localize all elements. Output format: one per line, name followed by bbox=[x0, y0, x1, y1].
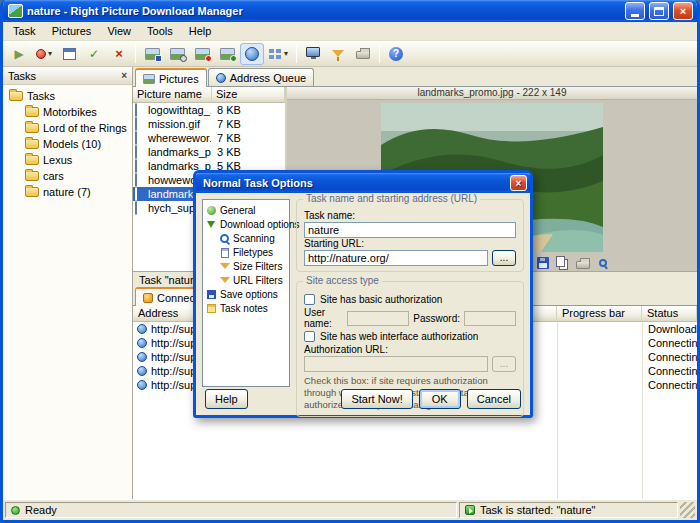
edit-task-button[interactable]: ✓ bbox=[82, 43, 106, 65]
view-mode-button[interactable]: ▾ bbox=[265, 43, 292, 65]
tree-item-label: Task notes bbox=[220, 303, 268, 314]
dialog-title-bar: Normal Task Options × bbox=[196, 173, 530, 193]
floppy-icon bbox=[206, 289, 217, 300]
ok-button[interactable]: OK bbox=[419, 389, 461, 409]
user-name-label: User name: bbox=[304, 307, 343, 329]
stop-icon bbox=[36, 49, 46, 59]
status-text: Connecting bbox=[642, 351, 697, 363]
file-icon-wrap bbox=[135, 104, 148, 116]
column-header-status[interactable]: Status bbox=[642, 306, 697, 322]
resize-grip[interactable] bbox=[680, 502, 695, 518]
tree-item-lexus[interactable]: Lexus bbox=[21, 152, 130, 168]
print-picture-button[interactable] bbox=[575, 256, 591, 270]
status-ready-icon bbox=[11, 506, 20, 515]
browse-url-button[interactable]: ... bbox=[492, 250, 516, 266]
picture-row[interactable]: landmarks_pr...3 KB bbox=[133, 145, 285, 159]
zoom-picture-button[interactable] bbox=[595, 256, 611, 270]
tree-item-models[interactable]: Models (10) bbox=[21, 136, 130, 152]
save-picture-button[interactable] bbox=[535, 256, 551, 270]
basic-auth-checkbox[interactable] bbox=[304, 294, 315, 305]
tree-item-cars[interactable]: cars bbox=[21, 168, 130, 184]
file-icon-wrap bbox=[135, 202, 148, 214]
status-text: Connecting bbox=[642, 365, 697, 377]
tree-item-label: URL Filters bbox=[233, 275, 283, 286]
column-header-picture-name[interactable]: Picture name bbox=[133, 87, 212, 103]
file-icon-wrap bbox=[135, 174, 148, 186]
options-tree-scanning[interactable]: Scanning bbox=[204, 231, 288, 245]
save-pictures-button[interactable] bbox=[140, 43, 164, 65]
menu-tools[interactable]: Tools bbox=[139, 23, 181, 39]
globe-icon bbox=[137, 352, 147, 362]
open-in-browser-button[interactable] bbox=[240, 43, 264, 65]
options-tree-general[interactable]: General bbox=[204, 203, 288, 217]
tree-item-label: nature (7) bbox=[43, 186, 91, 198]
grid-line bbox=[642, 322, 643, 499]
web-auth-label: Site has web interface authorization bbox=[320, 331, 478, 342]
help-button[interactable]: ? bbox=[384, 43, 408, 65]
filter-button[interactable] bbox=[326, 43, 350, 65]
picture-name: mission.gif bbox=[148, 118, 211, 130]
delete-picture-button[interactable] bbox=[190, 43, 214, 65]
floppy-icon bbox=[537, 257, 549, 269]
starting-url-field[interactable] bbox=[304, 250, 488, 266]
folder-icon bbox=[25, 187, 39, 197]
help-dialog-button[interactable]: Help bbox=[205, 389, 248, 409]
delete-task-button[interactable]: × bbox=[107, 43, 131, 65]
stop-task-button[interactable]: ▾ bbox=[32, 43, 56, 65]
picture-row[interactable]: mission.gif7 KB bbox=[133, 117, 285, 131]
column-header-size[interactable]: Size bbox=[212, 87, 285, 103]
maximize-button[interactable] bbox=[649, 2, 669, 20]
task-name-field[interactable] bbox=[304, 222, 516, 238]
dialog-content: Task name and starting address (URL) Tas… bbox=[296, 199, 524, 409]
menu-pictures[interactable]: Pictures bbox=[44, 23, 100, 39]
magnifier-icon bbox=[219, 233, 230, 244]
copy-picture-button[interactable] bbox=[555, 256, 571, 270]
print-button[interactable] bbox=[351, 43, 375, 65]
globe-icon bbox=[137, 380, 147, 390]
picture-size: 8 KB bbox=[211, 104, 285, 116]
title-bar: nature - Right Picture Download Manager … bbox=[3, 0, 697, 22]
picture-row[interactable]: wherewewor...7 KB bbox=[133, 131, 285, 145]
options-tree-save-options[interactable]: Save options bbox=[204, 287, 288, 301]
tab-address-queue[interactable]: Address Queue bbox=[208, 68, 314, 86]
preview-pane-button[interactable] bbox=[301, 43, 325, 65]
tree-item-label: Download options bbox=[220, 219, 300, 230]
options-tree-task-notes[interactable]: Task notes bbox=[204, 301, 288, 315]
task-options-dialog: Normal Task Options × General Download o… bbox=[193, 170, 533, 418]
menu-help[interactable]: Help bbox=[181, 23, 220, 39]
image-file-icon bbox=[135, 117, 137, 131]
basic-auth-label: Site has basic authorization bbox=[320, 294, 442, 305]
preview-picture-button[interactable] bbox=[165, 43, 189, 65]
cancel-button[interactable]: Cancel bbox=[467, 389, 521, 409]
options-tree-download-options[interactable]: Download options bbox=[204, 217, 288, 231]
close-button[interactable]: × bbox=[673, 2, 693, 20]
options-tree-url-filters[interactable]: URL Filters bbox=[204, 273, 288, 287]
web-auth-checkbox[interactable] bbox=[304, 331, 315, 342]
task-name-label: Task name: bbox=[304, 210, 516, 221]
export-pictures-button[interactable] bbox=[215, 43, 239, 65]
minimize-button[interactable] bbox=[625, 2, 645, 20]
tree-item-motorbikes[interactable]: Motorbikes bbox=[21, 104, 130, 120]
options-tree-filetypes[interactable]: Filetypes bbox=[204, 245, 288, 259]
tree-item-nature[interactable]: nature (7) bbox=[21, 184, 130, 200]
dialog-close-button[interactable]: × bbox=[510, 175, 527, 191]
tasks-panel-close-button[interactable]: × bbox=[121, 70, 127, 81]
tree-item-root[interactable]: Tasks bbox=[5, 88, 130, 104]
options-tree-size-filters[interactable]: Size Filters bbox=[204, 259, 288, 273]
start-task-button[interactable]: ▶ bbox=[7, 43, 31, 65]
start-now-button[interactable]: Start Now! bbox=[341, 389, 412, 409]
picture-size: 7 KB bbox=[211, 118, 285, 130]
starting-url-label: Starting URL: bbox=[304, 238, 516, 249]
picture-row[interactable]: logowithtag_...8 KB bbox=[133, 103, 285, 117]
funnel-icon bbox=[219, 275, 230, 286]
folder-icon bbox=[9, 91, 23, 101]
tree-item-lord-of-the-rings[interactable]: Lord of the Rings bbox=[21, 120, 130, 136]
new-task-button[interactable] bbox=[57, 43, 81, 65]
tab-pictures[interactable]: Pictures bbox=[135, 68, 207, 87]
menu-task[interactable]: Task bbox=[5, 23, 44, 39]
monitor-icon bbox=[306, 47, 320, 57]
toolbar-separator bbox=[135, 45, 136, 63]
column-header-progress[interactable]: Progress bar bbox=[557, 306, 642, 322]
menu-view[interactable]: View bbox=[99, 23, 139, 39]
auth-url-field bbox=[304, 356, 488, 372]
